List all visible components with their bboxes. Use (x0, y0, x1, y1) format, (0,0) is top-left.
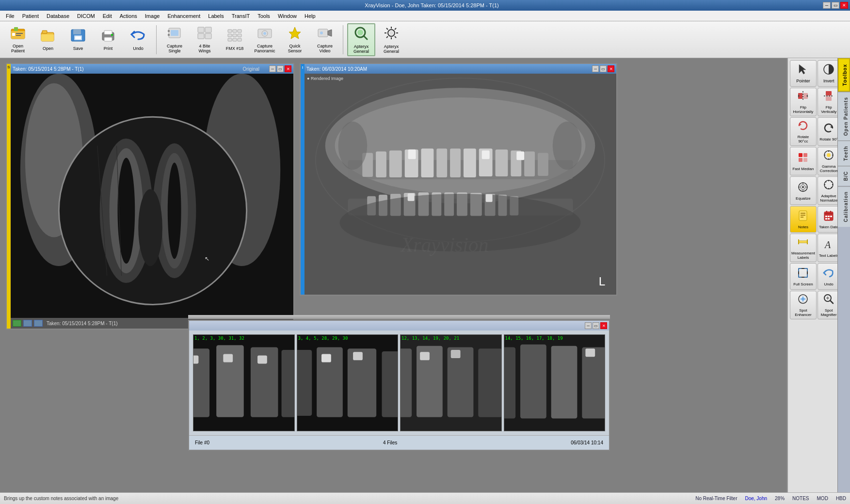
apteryx-general-2-button[interactable]: Apteryx General (377, 23, 405, 56)
cursor-indicator: ↖ (205, 255, 209, 262)
xray-window-periapical[interactable]: S Taken: 05/15/2014 5:28PM - T(1) Origin… (6, 63, 294, 330)
thumb-minimize[interactable]: ─ (585, 322, 592, 329)
capture-panoramic-button[interactable]: Capture Panoramic (251, 23, 279, 56)
svg-rect-145 (826, 96, 832, 101)
tab-toolbox[interactable]: Toolbox (838, 58, 850, 92)
xray-bottom-btn-3[interactable] (34, 320, 43, 327)
xray-panoramic-controls[interactable]: ─ ▭ ✕ (592, 65, 614, 72)
notes-button[interactable]: Notes (790, 206, 817, 233)
svg-point-16 (111, 34, 113, 36)
fmx-18-button[interactable]: FMX #18 (221, 23, 249, 56)
quick-sensor-button[interactable]: Quick Sensor (281, 23, 309, 56)
status-mod: MOD (817, 496, 828, 501)
flip-v-button[interactable]: Flip Vertically (818, 88, 839, 116)
xray-bottom-btn-2[interactable] (23, 320, 32, 327)
thumb-restore[interactable]: ▭ (593, 322, 599, 329)
spot-enhancer-button[interactable]: Spot Enhancer (790, 291, 817, 319)
menu-patient[interactable]: Patient (18, 11, 43, 21)
text-labels-button[interactable]: A Text Labels (818, 234, 839, 262)
menu-actions[interactable]: Actions (116, 11, 141, 21)
flip-h-button[interactable]: Flip Horizontally (790, 88, 817, 116)
open-button[interactable]: Open (34, 23, 62, 56)
menu-edit[interactable]: Edit (99, 11, 116, 21)
menu-database[interactable]: Database (43, 11, 73, 21)
status-patient-link[interactable]: Doe, John (745, 496, 767, 501)
status-message: Brings up the custom notes associated wi… (4, 496, 118, 501)
undo-tb-button[interactable]: Undo (818, 263, 839, 290)
restore-button[interactable]: ▭ (832, 2, 839, 9)
gamma-correction-button[interactable]: Gamma Correction (818, 147, 839, 175)
capture-video-button[interactable]: Capture Video (311, 23, 339, 56)
capture-single-label: Capture Single (167, 44, 182, 53)
svg-rect-79 (421, 148, 434, 177)
rotate-ccw-button[interactable]: Rotate 90°cc (790, 117, 817, 146)
menu-window[interactable]: Window (274, 11, 301, 21)
4-bite-wings-button[interactable]: 4 Bite Wings (191, 23, 219, 56)
measurement-labels-button[interactable]: Measurement Labels (790, 234, 817, 262)
svg-rect-26 (233, 30, 237, 32)
xray-titlebar-periapical[interactable]: Taken: 05/15/2014 5:28PM - T(1) Original… (11, 64, 293, 74)
close-button[interactable]: ✕ (840, 2, 848, 9)
svg-point-39 (320, 32, 323, 34)
thumbnail-3[interactable]: 12, 13, 14, 19, 20, 21 (400, 334, 502, 431)
apteryx-general-1-button[interactable]: Apteryx General (347, 23, 375, 56)
window-controls[interactable]: ─ ▭ ✕ (823, 2, 848, 9)
menu-transit[interactable]: TransIT (228, 11, 254, 21)
tab-calibration[interactable]: Calibration (838, 186, 850, 227)
xray-periapical-minimize[interactable]: ─ (269, 65, 276, 72)
menu-tools[interactable]: Tools (254, 11, 274, 21)
thumbnail-file-info: File #0 (195, 440, 209, 445)
svg-rect-127 (401, 348, 412, 417)
thumb-close[interactable]: ✕ (600, 322, 607, 329)
thumbnail-date: 06/03/14 10:14 (571, 440, 603, 445)
thumbnail-panel[interactable]: ─ ▭ ✕ 1, 2, 3, 30, 31, 32 (188, 320, 610, 451)
xray-titlebar-panoramic[interactable]: Taken: 06/03/2014 10:20AM ─ ▭ ✕ (305, 64, 616, 74)
equalize-button[interactable]: Equalize (790, 176, 817, 205)
menu-image[interactable]: Image (141, 11, 164, 21)
xray-panoramic-restore[interactable]: ▭ (600, 65, 607, 72)
thumbnail-4[interactable]: 14, 15, 16, 17, 18, 19 (504, 334, 606, 431)
adaptive-normalize-button[interactable]: Adaptive Normalize (818, 176, 839, 205)
status-filter: No Real-Time Filter (695, 496, 737, 501)
minimize-button[interactable]: ─ (823, 2, 831, 9)
xray-bottom-btn-1[interactable] (13, 320, 21, 327)
xray-panoramic-close[interactable]: ✕ (608, 65, 614, 72)
thumbnail-1[interactable]: 1, 2, 3, 30, 31, 32 (193, 334, 295, 431)
tab-bc[interactable]: B/C (838, 166, 850, 186)
xray-periapical-close[interactable]: ✕ (285, 65, 291, 72)
save-button[interactable]: Save (64, 23, 92, 56)
menu-dicom[interactable]: DICOM (73, 11, 99, 21)
menu-help[interactable]: Help (301, 11, 320, 21)
spot-magnifier-button[interactable]: Spot Magnifier (818, 291, 839, 319)
menu-enhancement[interactable]: Enhancement (163, 11, 204, 21)
menu-labels[interactable]: Labels (204, 11, 227, 21)
tab-teeth[interactable]: Teeth (838, 141, 850, 166)
svg-rect-27 (238, 30, 241, 32)
xray-periapical-restore[interactable]: ▭ (277, 65, 284, 72)
undo-toolbar-button[interactable]: Undo (124, 23, 152, 56)
svg-rect-186 (828, 218, 830, 220)
svg-rect-90 (516, 151, 524, 160)
open-patient-button[interactable]: Open Patient (4, 23, 32, 56)
apteryx-general-2-icon (384, 26, 399, 43)
rotate-cw-button[interactable]: Rotate 90° (818, 117, 839, 146)
print-button[interactable]: Print (94, 23, 122, 56)
xray-window-panoramic[interactable]: ! Taken: 06/03/2014 10:20AM ─ ▭ ✕ ● Rend… (300, 63, 617, 296)
svg-rect-116 (193, 355, 198, 363)
xray-panoramic-minimize[interactable]: ─ (592, 65, 599, 72)
save-label: Save (73, 46, 83, 51)
taken-date-button[interactable]: Taken Date (818, 206, 839, 233)
fast-median-button[interactable]: Fast Median (790, 147, 817, 175)
full-screen-button[interactable]: Full Screen (790, 263, 817, 290)
invert-button[interactable]: Invert (818, 60, 839, 87)
thumbnail-2[interactable]: 3, 4, 5, 28, 29, 30 (297, 334, 399, 431)
capture-single-button[interactable]: Capture Single (160, 23, 189, 56)
svg-rect-144 (826, 91, 832, 95)
toolbar-separator-1 (156, 25, 157, 54)
svg-rect-120 (297, 350, 312, 416)
pointer-button[interactable]: Pointer (790, 60, 817, 87)
xray-periapical-controls[interactable]: ─ ▭ ✕ (269, 65, 291, 72)
menu-file[interactable]: File (2, 11, 18, 21)
tab-open-patients[interactable]: Open Patients (838, 92, 850, 141)
svg-rect-29 (233, 34, 237, 37)
